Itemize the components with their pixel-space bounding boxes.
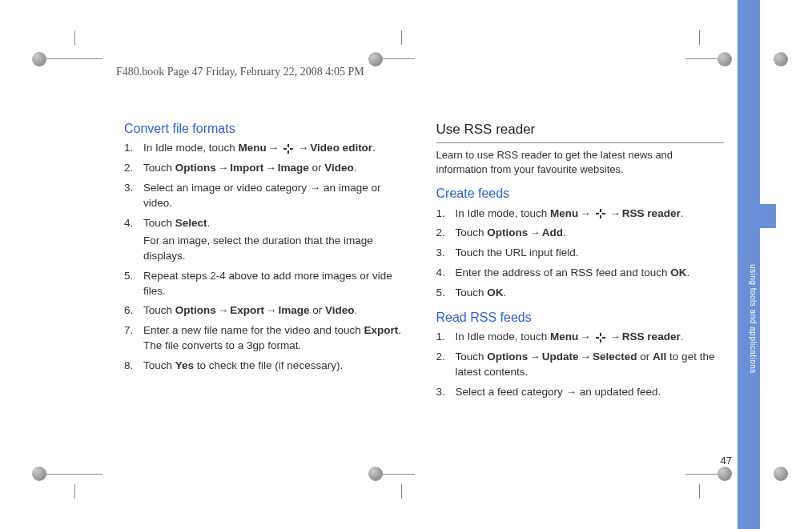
svg-rect-11 (602, 337, 605, 339)
crop-dot (368, 467, 383, 481)
svg-rect-9 (600, 339, 601, 343)
step: Enter a new file name for the video and … (124, 323, 412, 354)
intro-text: Learn to use RSS reader to get the lates… (436, 148, 725, 177)
step: Select a feed category → an updated feed… (436, 385, 725, 400)
crop-dot (368, 52, 383, 66)
crop-dot (32, 467, 46, 481)
step: In Idle mode, touch Menu→ →RSS reader. (436, 206, 725, 222)
step: In Idle mode, touch Menu→ →RSS reader. (436, 330, 725, 345)
step: Touch Options→Import→Image or Video. (124, 161, 412, 176)
step: Repeat steps 2-4 above to add more image… (124, 269, 412, 299)
step: In Idle mode, touch Menu→ →Video editor. (124, 141, 412, 156)
crop-dot (718, 467, 732, 481)
step: Touch Select. For an image, select the d… (124, 216, 412, 264)
crop-line (46, 474, 103, 475)
page-content: Convert file formats In Idle mode, touch… (124, 120, 724, 449)
crop-dot (774, 52, 788, 66)
side-tab-marker (760, 204, 776, 228)
svg-rect-1 (287, 150, 289, 154)
step: Touch Yes to check the file (if necessar… (124, 359, 412, 374)
svg-rect-0 (287, 144, 289, 147)
crop-dot (718, 52, 732, 66)
crop-line (685, 58, 718, 59)
left-column: Convert file formats In Idle mode, touch… (124, 120, 412, 449)
svg-rect-7 (602, 213, 605, 214)
right-column: Use RSS reader Learn to use RSS reader t… (436, 120, 725, 449)
crop-line (401, 30, 402, 45)
crop-line (699, 30, 700, 45)
step: Touch the URL input field. (436, 246, 725, 261)
steps-convert: In Idle mode, touch Menu→ →Video editor.… (124, 141, 412, 374)
crop-line (74, 30, 75, 45)
svg-rect-8 (600, 333, 601, 336)
step: Touch Options→Add. (436, 226, 725, 241)
crop-line (685, 474, 718, 475)
heading-convert-file-formats: Convert file formats (124, 120, 412, 138)
crop-line (74, 484, 75, 499)
svg-rect-3 (290, 148, 293, 150)
apps-icon (596, 209, 605, 218)
apps-icon (596, 333, 605, 343)
step: Select an image or video category → an i… (124, 181, 412, 211)
step: Touch OK. (436, 286, 725, 301)
crop-line (401, 484, 402, 499)
crop-line (383, 58, 415, 59)
step: Touch Options→Update→Selected or All to … (436, 350, 725, 380)
step: Enter the address of an RSS feed and tou… (436, 266, 725, 281)
svg-rect-2 (283, 148, 287, 150)
heading-use-rss-reader: Use RSS reader (436, 120, 725, 143)
svg-rect-10 (596, 337, 599, 339)
steps-create-feeds: In Idle mode, touch Menu→ →RSS reader. T… (436, 206, 725, 301)
side-tab-label: using tools and applications (749, 264, 758, 374)
heading-create-feeds: Create feeds (436, 185, 725, 202)
svg-rect-5 (600, 215, 601, 218)
crop-line (383, 474, 415, 475)
page-header: F480.book Page 47 Friday, February 22, 2… (116, 66, 364, 78)
step: Touch Options→Export→Image or Video. (124, 303, 412, 319)
apps-icon (283, 144, 293, 154)
page-number: 47 (721, 455, 732, 467)
crop-dot (32, 52, 46, 66)
steps-read-feeds: In Idle mode, touch Menu→ →RSS reader. T… (436, 330, 725, 400)
crop-line (699, 484, 700, 499)
heading-read-rss-feeds: Read RSS feeds (436, 309, 725, 327)
svg-rect-6 (596, 213, 599, 214)
svg-rect-4 (600, 209, 601, 212)
crop-line (46, 58, 103, 59)
crop-dot (774, 467, 788, 481)
